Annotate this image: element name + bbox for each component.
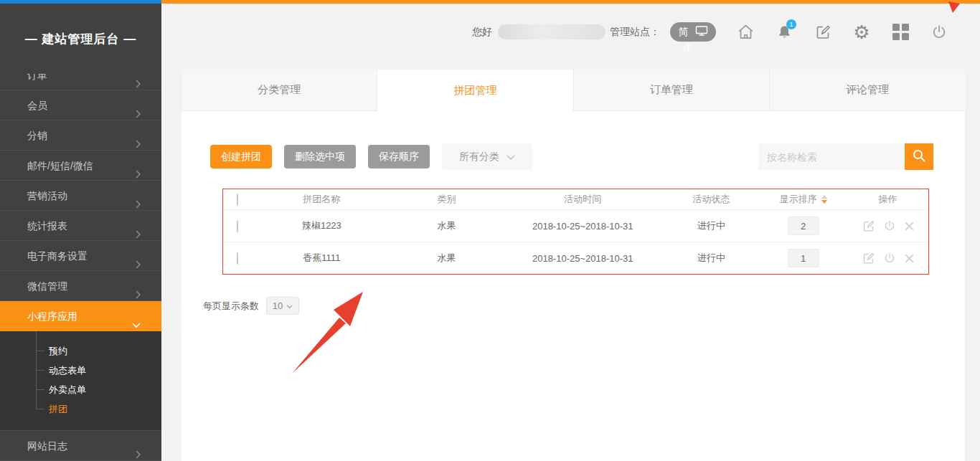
sidebar-item-label: 营销活动 (27, 190, 67, 201)
tab-comment-management[interactable]: 评论管理 (770, 70, 965, 111)
notification-badge: 1 (786, 19, 796, 29)
sidebar-submenu: 预约 动态表单 外卖点单 拼团 (0, 331, 161, 431)
toggle-power-icon[interactable] (883, 252, 896, 265)
sidebar-menu: 订单 会员 分销 邮件/短信/微信 营销活动 (0, 60, 161, 461)
sidebar-subitem-dynamic-forms[interactable]: 动态表单 (0, 361, 161, 380)
sidebar-item-wechat-management[interactable]: 微信管理 (0, 271, 161, 301)
row-checkbox[interactable] (237, 220, 238, 232)
header: 您好 管理站点： 简 体 (161, 4, 980, 70)
home-icon[interactable] (736, 23, 755, 42)
sidebar-item-marketing[interactable]: 营销活动 (0, 181, 161, 211)
cell-time: 2018-10-25~2018-10-31 (501, 253, 664, 264)
edit-icon[interactable] (814, 23, 832, 42)
column-header-sort: 显示排序 (780, 193, 817, 206)
chevron-down-icon (507, 151, 515, 163)
app-logo: — 建站管理后台 — (0, 4, 161, 74)
sidebar-subitem-label: 外卖点单 (49, 384, 86, 395)
sidebar-item-miniprogram-apps[interactable]: 小程序应用 (0, 301, 161, 331)
settings-gear-icon[interactable]: ⚙ (852, 23, 871, 42)
sidebar-subitem-label: 预约 (49, 346, 67, 356)
top-bar-blue-segment (0, 0, 161, 4)
table-row: 辣椒1223 水果 2018-10-25~2018-10-31 进行中 2 (223, 209, 928, 242)
column-header-category: 类别 (392, 193, 502, 206)
per-page-select[interactable]: 10 (266, 297, 299, 315)
table-header-row: 拼团名称 类别 活动时间 活动状态 显示排序 操作 (223, 189, 928, 209)
delete-x-icon[interactable] (904, 252, 915, 265)
cell-status: 进行中 (664, 252, 759, 265)
monitor-icon (695, 25, 708, 39)
toolbar: 创建拼团 删除选中项 保存顺序 所有分类 (210, 143, 933, 170)
greeting-text: 您好 (472, 26, 492, 39)
sidebar-item-label: 微信管理 (27, 280, 67, 292)
sidebar-item-label: 邮件/短信/微信 (27, 160, 93, 171)
sidebar-item-label: 分销 (27, 130, 47, 141)
sidebar-item-label: 电子商务设置 (27, 250, 88, 262)
sidebar-item-statistics[interactable]: 统计报表 (0, 211, 161, 241)
notifications-bell-icon[interactable]: 1 (775, 23, 793, 42)
sidebar-item-label: 网站日志 (27, 440, 67, 452)
main-panel: 分类管理 拼团管理 订单管理 评论管理 创建拼团 删除选中项 保存顺序 所有分类 (182, 70, 965, 461)
logout-power-icon[interactable] (930, 23, 948, 42)
sidebar-item-members[interactable]: 会员 (0, 90, 161, 120)
category-filter-dropdown[interactable]: 所有分类 (442, 143, 532, 170)
column-header-time: 活动时间 (501, 193, 664, 206)
language-label: 简 (679, 26, 689, 39)
sidebar-subitem-takeout-order[interactable]: 外卖点单 (0, 380, 161, 399)
cell-category: 水果 (392, 252, 502, 265)
language-label-overflow: 体 (683, 42, 692, 54)
sidebar-subitem-booking[interactable]: 预约 (0, 341, 161, 361)
search-group (758, 143, 933, 170)
sidebar: 订单 会员 分销 邮件/短信/微信 营销活动 (0, 4, 161, 461)
tab-bar: 分类管理 拼团管理 订单管理 评论管理 (182, 70, 965, 111)
table-row: 香蕉1111 水果 2018-10-25~2018-10-31 进行中 1 (223, 242, 928, 274)
chevron-down-icon (286, 300, 293, 311)
category-filter-value: 所有分类 (459, 151, 499, 163)
apps-grid-icon[interactable] (891, 23, 910, 42)
row-checkbox[interactable] (237, 252, 238, 265)
per-page-control: 每页显示条数 10 (203, 297, 965, 315)
column-header-status: 活动状态 (664, 193, 759, 206)
cell-category: 水果 (392, 219, 502, 232)
chevron-right-icon (135, 441, 141, 461)
search-button[interactable] (905, 143, 933, 170)
cell-name: 香蕉1111 (252, 252, 392, 265)
tab-order-management[interactable]: 订单管理 (574, 70, 770, 111)
language-switcher[interactable]: 简 (670, 22, 716, 42)
groupbuy-table-annotated-red-box: 拼团名称 类别 活动时间 活动状态 显示排序 操作 辣椒1223 水果 2018… (222, 189, 929, 275)
top-bar-orange-segment (161, 0, 980, 4)
save-order-button[interactable]: 保存顺序 (368, 145, 430, 168)
sort-order-input[interactable]: 1 (788, 249, 819, 267)
sidebar-subitem-group-buy[interactable]: 拼团 (0, 399, 161, 419)
search-input[interactable] (758, 143, 905, 170)
username-redacted (498, 24, 606, 39)
managed-site-label: 管理站点： (610, 26, 660, 39)
sidebar-item-label: 小程序应用 (27, 310, 77, 322)
delete-selected-button[interactable]: 删除选中项 (284, 145, 356, 168)
cell-name: 辣椒1223 (252, 219, 392, 232)
sidebar-item-label: 统计报表 (27, 220, 67, 232)
sidebar-item-site-logs[interactable]: 网站日志 (0, 431, 161, 461)
sort-order-input[interactable]: 2 (788, 217, 819, 235)
edit-row-icon[interactable] (862, 252, 875, 265)
sort-toggle-icon[interactable] (821, 195, 827, 204)
sidebar-subitem-label: 拼团 (49, 404, 67, 414)
search-icon (912, 148, 926, 165)
delete-x-icon[interactable] (904, 219, 915, 233)
select-all-checkbox[interactable] (237, 194, 238, 206)
toggle-power-icon[interactable] (883, 219, 896, 233)
sidebar-item-distribution[interactable]: 分销 (0, 120, 161, 151)
edit-row-icon[interactable] (862, 219, 875, 233)
tab-category-management[interactable]: 分类管理 (182, 70, 377, 111)
create-groupbuy-button[interactable]: 创建拼团 (210, 145, 272, 168)
cell-status: 进行中 (664, 219, 759, 232)
sidebar-subitem-label: 动态表单 (49, 365, 86, 376)
cell-time: 2018-10-25~2018-10-31 (501, 221, 664, 232)
sidebar-item-ecommerce-settings[interactable]: 电子商务设置 (0, 241, 161, 271)
tab-groupbuy-management[interactable]: 拼团管理 (377, 70, 573, 111)
per-page-value: 10 (273, 300, 283, 311)
sidebar-item-label: 会员 (27, 100, 47, 111)
column-header-name: 拼团名称 (252, 193, 392, 206)
column-header-actions: 操作 (847, 193, 928, 206)
top-accent-bar (0, 0, 980, 4)
sidebar-item-mail-sms-wechat[interactable]: 邮件/短信/微信 (0, 151, 161, 181)
